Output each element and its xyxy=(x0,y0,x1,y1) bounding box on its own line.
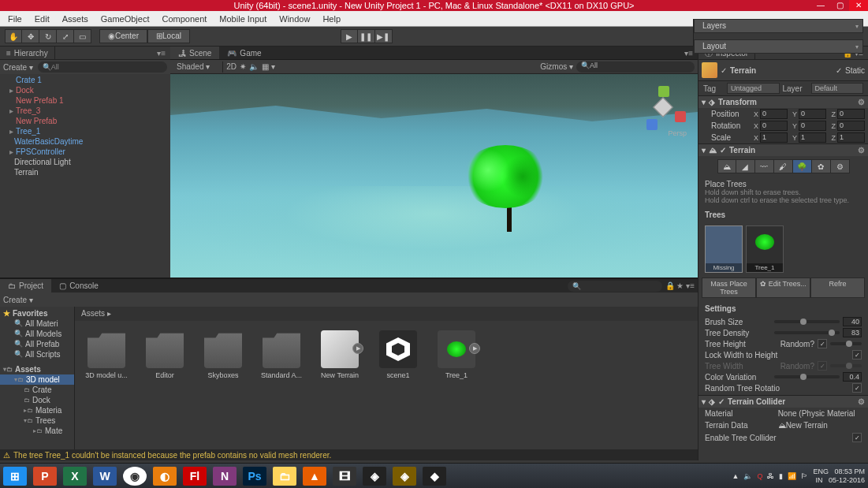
start-button[interactable]: ⊞ xyxy=(3,467,27,486)
tray-clock[interactable]: ENG 08:53 PM IN 05-12-2016 xyxy=(813,468,865,485)
taskbar-word[interactable]: W xyxy=(93,467,117,486)
folder-crate[interactable]: 🗀Crate xyxy=(0,385,74,395)
asset-3dmodel[interactable]: 3D model u... xyxy=(84,330,129,379)
hierarchy-search[interactable]: 🔍All xyxy=(38,61,167,73)
taskbar-blender[interactable]: ◐ xyxy=(153,467,177,486)
fav-all-prefabs[interactable]: 🔍All Prefab xyxy=(0,339,74,349)
maximize-button[interactable]: ▢ xyxy=(830,0,849,11)
close-button[interactable]: ✕ xyxy=(849,0,868,11)
position-y[interactable]: 0 xyxy=(799,109,826,119)
tree-density-slider[interactable] xyxy=(774,331,840,334)
hier-item-crate1[interactable]: Crate 1 xyxy=(0,75,170,85)
color-variation-slider[interactable] xyxy=(774,375,840,378)
hier-item-newprefab1[interactable]: New Prefab 1 xyxy=(0,95,170,106)
tag-dropdown[interactable]: Untagged xyxy=(727,83,780,94)
taskbar-flash[interactable]: Fl xyxy=(183,467,207,486)
terrain-raise-tool[interactable]: ⛰ xyxy=(717,159,736,173)
scene-2d-toggle[interactable]: 2D xyxy=(226,62,237,71)
step-button[interactable]: ▶❚ xyxy=(375,29,393,43)
asset-standard[interactable]: Standard A... xyxy=(259,330,304,379)
scene-search[interactable]: 🔍All xyxy=(576,61,695,73)
scale-tool[interactable]: ⤢ xyxy=(57,29,74,43)
gameobject-icon[interactable] xyxy=(702,62,717,78)
asset-editor[interactable]: Editor xyxy=(143,330,187,379)
refresh-trees-button[interactable]: Refre xyxy=(810,278,865,298)
tree-slot-tree1[interactable]: Tree_1 xyxy=(746,225,784,273)
taskbar-excel[interactable]: X xyxy=(63,467,87,486)
taskbar-unity[interactable]: ◆ xyxy=(423,467,446,486)
hier-item-tree3[interactable]: ▸Tree_3 xyxy=(0,106,170,116)
hierarchy-options[interactable]: ▾≡ xyxy=(152,47,170,59)
scene-light-toggle[interactable]: ✷ xyxy=(240,62,246,71)
tab-game[interactable]: 🎮Game xyxy=(219,47,269,59)
terrain-smooth-tool[interactable]: 〰 xyxy=(755,159,774,173)
menu-assets[interactable]: Assets xyxy=(56,11,95,27)
folder-dock[interactable]: 🗀Dock xyxy=(0,395,74,405)
pivot-local[interactable]: ⊞ Local xyxy=(147,29,190,43)
gizmo-z-axis[interactable] xyxy=(646,119,658,130)
lock-width-checkbox[interactable]: ✓ xyxy=(852,350,862,359)
pause-button[interactable]: ❚❚ xyxy=(358,29,375,43)
brush-size-value[interactable]: 40 xyxy=(843,317,862,326)
mass-place-trees-button[interactable]: Mass Place Trees xyxy=(702,278,756,298)
collider-gear-icon[interactable]: ⚙ xyxy=(858,397,865,406)
minimize-button[interactable]: — xyxy=(811,0,830,11)
transform-gear-icon[interactable]: ⚙ xyxy=(858,98,865,106)
terrain-paint-height-tool[interactable]: ◢ xyxy=(736,159,755,173)
rotation-y[interactable]: 0 xyxy=(799,121,826,131)
position-x[interactable]: 0 xyxy=(760,109,788,119)
tree-density-value[interactable]: 83 xyxy=(843,328,862,337)
taskbar-app1[interactable]: ◈ xyxy=(363,467,386,486)
tray-action-icon[interactable]: 🏳 xyxy=(801,472,808,480)
scale-z[interactable]: 1 xyxy=(837,132,865,143)
favorites-header[interactable]: ★Favorites xyxy=(0,308,74,319)
terrain-gear-icon[interactable]: ⚙ xyxy=(858,146,865,155)
folder-mate[interactable]: ▸🗀Mate xyxy=(0,426,74,436)
scene-shaded-dropdown[interactable]: Shaded ▾ xyxy=(173,62,219,71)
tab-project[interactable]: 🗀Project xyxy=(0,279,51,292)
taskbar-photoshop[interactable]: Ps xyxy=(243,467,266,486)
fav-all-models[interactable]: 🔍All Models xyxy=(0,329,74,339)
menu-mobileinput[interactable]: Mobile Input xyxy=(213,11,273,27)
menu-gameobject[interactable]: GameObject xyxy=(95,11,156,27)
scene-audio-toggle[interactable]: 🔈 xyxy=(249,62,259,71)
tray-sound-icon[interactable]: 🔈 xyxy=(743,472,752,480)
terrain-enabled-checkbox[interactable]: ✓ xyxy=(720,146,726,155)
taskbar-powerpoint[interactable]: P xyxy=(33,467,57,486)
tab-hierarchy[interactable]: ≡ Hierarchy xyxy=(0,47,55,59)
hier-item-dirlight[interactable]: Directional Light xyxy=(0,157,170,167)
terrain-paint-details-tool[interactable]: ✿ xyxy=(812,159,831,173)
scale-x[interactable]: 1 xyxy=(760,132,788,143)
collider-enable-tree-checkbox[interactable]: ✓ xyxy=(852,433,862,442)
collider-data-field[interactable]: ⛰New Terrain xyxy=(778,421,862,430)
tray-icon[interactable]: ▲ xyxy=(732,472,739,480)
scene-fx-toggle[interactable]: ▦ ▾ xyxy=(262,62,275,71)
hier-item-terrain[interactable]: Terrain xyxy=(0,167,170,177)
edit-trees-button[interactable]: ✿ Edit Trees... xyxy=(756,278,810,298)
hand-tool[interactable]: ✋ xyxy=(5,29,22,43)
play-button[interactable]: ▶ xyxy=(341,29,358,43)
terrain-place-trees-tool[interactable]: 🌳 xyxy=(793,159,812,173)
tray-wifi-icon[interactable]: 📶 xyxy=(788,472,796,480)
fav-all-scripts[interactable]: 🔍All Scripts xyxy=(0,349,74,359)
folder-3dmodel[interactable]: ▾🗀3D model xyxy=(0,374,74,385)
layer-dropdown[interactable]: Default xyxy=(811,83,864,94)
gizmo-x-axis[interactable] xyxy=(675,111,686,122)
menu-window[interactable]: Window xyxy=(273,11,316,27)
static-checkbox[interactable]: ✓ xyxy=(836,66,842,75)
gizmo-y-axis[interactable] xyxy=(658,86,669,97)
scene-projection-label[interactable]: Persp xyxy=(668,129,687,137)
folder-trees[interactable]: ▾🗀Trees xyxy=(0,415,74,426)
tree-height-random-checkbox[interactable]: ✓ xyxy=(818,339,827,348)
menu-edit[interactable]: Edit xyxy=(28,11,56,27)
assets-header[interactable]: ▾🗀Assets xyxy=(0,364,74,374)
tray-battery-icon[interactable]: ▮ xyxy=(779,472,783,480)
gameobject-name[interactable]: Terrain xyxy=(730,66,833,75)
project-search[interactable]: 🔍 xyxy=(568,281,662,292)
position-z[interactable]: 0 xyxy=(837,109,865,119)
pivot-center[interactable]: ◉ Center xyxy=(99,29,147,43)
component-foldout[interactable]: ▾ xyxy=(702,98,706,106)
gameobject-enabled-checkbox[interactable]: ✓ xyxy=(721,66,727,75)
taskbar-explorer[interactable]: 🗀 xyxy=(273,467,296,486)
terrain-settings-tool[interactable]: ⚙ xyxy=(831,159,850,173)
